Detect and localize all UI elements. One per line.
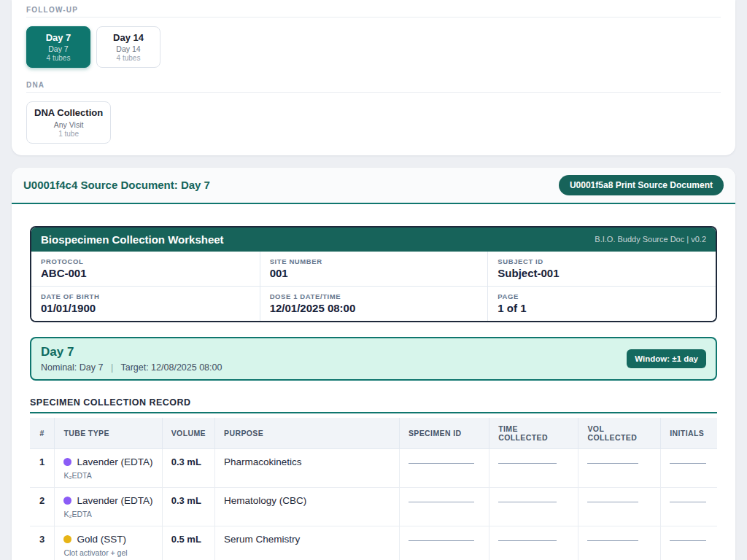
info-label: SUBJECT ID bbox=[498, 257, 706, 265]
volume-cell: 0.5 mL bbox=[162, 526, 214, 560]
worksheet-title: Biospecimen Collection Worksheet bbox=[41, 233, 224, 246]
specimen-id-field[interactable] bbox=[399, 448, 489, 487]
visit-separator: | bbox=[111, 362, 113, 373]
vol-collected-field[interactable] bbox=[578, 448, 661, 487]
volume-cell: 0.3 mL bbox=[162, 448, 214, 487]
blank-write-line bbox=[498, 540, 557, 541]
info-label: PROTOCOL bbox=[41, 257, 250, 265]
col-header-tube-type: TUBE TYPE bbox=[55, 418, 162, 449]
visit-card-title: Day 7 bbox=[34, 32, 82, 44]
info-value: 12/01/2025 08:00 bbox=[270, 302, 479, 314]
worksheet-info-grid: PROTOCOL ABC-001 SITE NUMBER 001 SUBJECT… bbox=[31, 252, 716, 321]
info-value: Subject-001 bbox=[498, 267, 706, 279]
col-header-initials: INITIALS bbox=[661, 418, 717, 449]
row-number: 1 bbox=[30, 448, 55, 487]
tube-type-cell: Lavender (EDTA) K₂EDTA bbox=[55, 448, 162, 487]
time-collected-field[interactable] bbox=[489, 448, 578, 487]
visit-picker-panel: FOLLOW-UP Day 7 Day 7 4 tubes Day 14 Day… bbox=[12, 0, 735, 155]
tube-additive: K₂EDTA bbox=[63, 510, 152, 518]
visit-banner: Day 7 Nominal: Day 7 | Target: 12/08/202… bbox=[30, 337, 717, 381]
tube-type-cell: Lavender (EDTA) K₂EDTA bbox=[55, 487, 162, 526]
dna-section: DNA DNA Collection Any Visit 1 tube bbox=[26, 81, 721, 143]
visit-target: Target: 12/08/2025 08:00 bbox=[120, 362, 222, 373]
info-value: 001 bbox=[270, 267, 479, 279]
visit-card-tube-count: 4 tubes bbox=[104, 54, 152, 62]
visit-card-day14[interactable]: Day 14 Day 14 4 tubes bbox=[96, 26, 160, 68]
blank-write-line bbox=[498, 463, 557, 464]
info-value: 01/01/1900 bbox=[41, 302, 250, 314]
visit-card-subtitle: Day 7 bbox=[34, 44, 82, 53]
purpose-cell: Hematology (CBC) bbox=[215, 487, 400, 526]
tube-name: Lavender (EDTA) bbox=[77, 495, 152, 506]
specimen-id-field[interactable] bbox=[399, 487, 489, 526]
source-document-title: U0001f4c4 Source Document: Day 7 bbox=[23, 179, 210, 191]
initials-field[interactable] bbox=[661, 526, 717, 560]
info-label: DOSE 1 DATE/TIME bbox=[270, 292, 479, 300]
visit-card-subtitle: Any Visit bbox=[34, 120, 103, 129]
purpose-cell: Serum Chemistry bbox=[215, 526, 400, 560]
specimen-row-1: 1 Lavender (EDTA) K₂EDTA 0.3 mL Pharmaco… bbox=[30, 448, 717, 487]
tube-additive: K₂EDTA bbox=[63, 471, 152, 480]
vol-collected-field[interactable] bbox=[578, 487, 661, 526]
blank-write-line bbox=[670, 502, 706, 502]
blank-write-line bbox=[498, 502, 557, 502]
col-header-purpose: PURPOSE bbox=[215, 418, 400, 449]
time-collected-field[interactable] bbox=[489, 487, 578, 526]
section-label-follow-up: FOLLOW-UP bbox=[26, 6, 721, 14]
col-header-specimen-id: SPECIMEN ID bbox=[399, 418, 489, 449]
source-document-header: U0001f4c4 Source Document: Day 7 U0001f5… bbox=[12, 168, 735, 204]
col-header-vol-collected: VOL COLLECTED bbox=[578, 418, 661, 449]
worksheet-version: B.I.O. Buddy Source Doc | v0.2 bbox=[595, 235, 706, 244]
section-divider bbox=[26, 92, 721, 93]
col-header-num: # bbox=[30, 418, 55, 449]
tube-type-cell: Gold (SST) Clot activator + gel bbox=[55, 526, 162, 560]
time-collected-field[interactable] bbox=[489, 526, 578, 560]
specimen-id-field[interactable] bbox=[399, 526, 489, 560]
info-label: DATE OF BIRTH bbox=[41, 292, 250, 300]
specimen-row-3: 3 Gold (SST) Clot activator + gel 0.5 mL… bbox=[30, 526, 717, 560]
tube-additive: Clot activator + gel bbox=[63, 548, 152, 557]
info-cell-page: PAGE 1 of 1 bbox=[487, 286, 716, 321]
blank-write-line bbox=[587, 463, 638, 464]
follow-up-visit-row: Day 7 Day 7 4 tubes Day 14 Day 14 4 tube… bbox=[26, 26, 721, 68]
info-cell-site-number: SITE NUMBER 001 bbox=[260, 252, 488, 286]
initials-field[interactable] bbox=[661, 448, 717, 487]
info-label: PAGE bbox=[498, 292, 706, 300]
blank-write-line bbox=[670, 463, 706, 464]
blank-write-line bbox=[409, 502, 474, 502]
worksheet-header: Biospecimen Collection Worksheet B.I.O. … bbox=[31, 228, 716, 252]
print-source-document-button[interactable]: U0001f5a8 Print Source Document bbox=[559, 175, 724, 195]
worksheet-frame: Biospecimen Collection Worksheet B.I.O. … bbox=[30, 226, 717, 322]
tube-color-dot bbox=[63, 535, 71, 543]
row-number: 2 bbox=[30, 487, 55, 526]
initials-field[interactable] bbox=[661, 487, 717, 526]
specimen-row-2: 2 Lavender (EDTA) K₂EDTA 0.3 mL Hematolo… bbox=[30, 487, 717, 526]
purpose-cell: Pharmacokinetics bbox=[215, 448, 400, 487]
dna-visit-row: DNA Collection Any Visit 1 tube bbox=[26, 101, 721, 143]
blank-write-line bbox=[670, 540, 706, 541]
visit-card-dna-collection[interactable]: DNA Collection Any Visit 1 tube bbox=[26, 101, 111, 143]
info-cell-protocol: PROTOCOL ABC-001 bbox=[31, 252, 260, 286]
visit-card-subtitle: Day 14 bbox=[104, 44, 152, 53]
source-document-panel: U0001f4c4 Source Document: Day 7 U0001f5… bbox=[12, 168, 735, 560]
blank-write-line bbox=[409, 463, 474, 464]
vol-collected-field[interactable] bbox=[578, 526, 661, 560]
visit-nominal: Nominal: Day 7 bbox=[41, 362, 103, 373]
info-value: 1 of 1 bbox=[498, 302, 706, 314]
visit-banner-title: Day 7 bbox=[41, 345, 222, 359]
blank-write-line bbox=[409, 540, 474, 541]
row-number: 3 bbox=[30, 526, 55, 560]
tube-color-dot bbox=[63, 497, 71, 505]
visit-card-tube-count: 4 tubes bbox=[34, 54, 82, 62]
visit-card-day7[interactable]: Day 7 Day 7 4 tubes bbox=[26, 26, 90, 68]
source-document-body: Biospecimen Collection Worksheet B.I.O. … bbox=[12, 204, 735, 560]
col-header-time-collected: TIME COLLECTED bbox=[489, 418, 578, 449]
visit-card-tube-count: 1 tube bbox=[34, 130, 103, 138]
info-value: ABC-001 bbox=[41, 267, 250, 279]
window-badge: Window: ±1 day bbox=[627, 349, 706, 368]
info-label: SITE NUMBER bbox=[270, 257, 479, 265]
specimen-table-header-row: # TUBE TYPE VOLUME PURPOSE SPECIMEN ID T… bbox=[30, 418, 717, 449]
section-divider bbox=[26, 17, 721, 18]
visit-banner-text: Day 7 Nominal: Day 7 | Target: 12/08/202… bbox=[41, 345, 222, 373]
section-label-dna: DNA bbox=[26, 81, 721, 89]
